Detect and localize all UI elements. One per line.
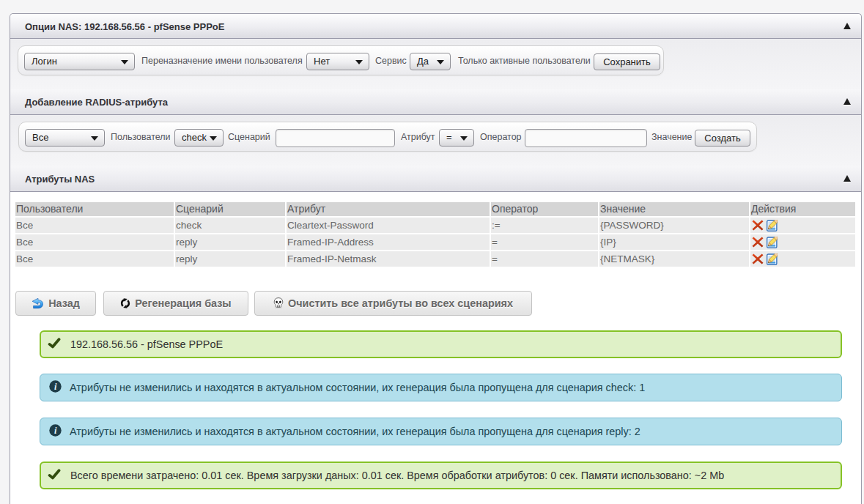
svg-text:i: i [54,426,57,436]
svg-text:i: i [54,382,57,392]
